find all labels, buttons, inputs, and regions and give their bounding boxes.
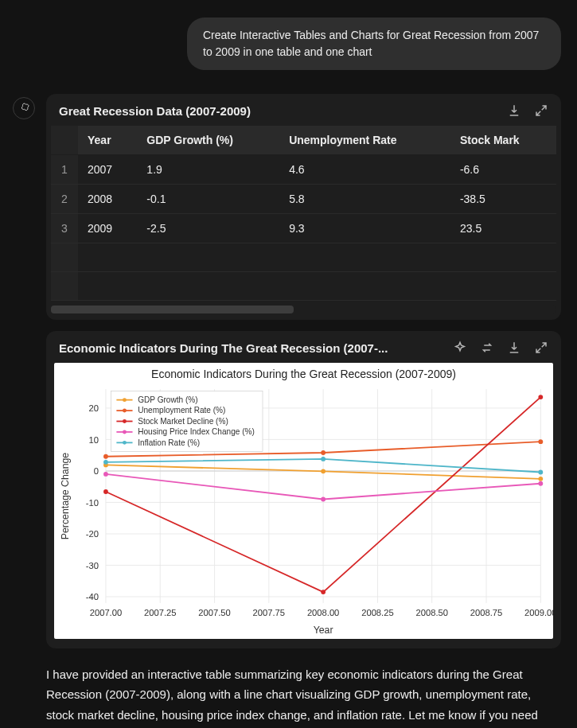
scrollbar-thumb[interactable] <box>51 306 294 313</box>
svg-point-45 <box>321 497 326 502</box>
chart-card: Economic Indicators During the Great Rec… <box>54 363 553 639</box>
chart-panel: Economic Indicators During The Great Rec… <box>46 331 561 648</box>
assistant-content: Great Recession Data (2007-2009) Yea <box>46 94 561 728</box>
table-cell[interactable]: -6.6 <box>450 155 556 185</box>
svg-point-44 <box>103 472 108 477</box>
svg-point-61 <box>123 430 127 434</box>
svg-text:-30: -30 <box>86 561 99 570</box>
openai-icon <box>18 102 30 115</box>
svg-point-37 <box>538 477 543 481</box>
svg-point-39 <box>321 450 326 455</box>
download-icon[interactable] <box>507 341 521 355</box>
table-cell[interactable]: 9.3 <box>279 214 450 243</box>
svg-text:Year: Year <box>314 625 333 636</box>
svg-text:2008.25: 2008.25 <box>361 608 393 617</box>
svg-point-36 <box>321 469 326 473</box>
svg-text:-10: -10 <box>86 498 99 508</box>
svg-point-38 <box>103 454 108 459</box>
assistant-row: Great Recession Data (2007-2009) Yea <box>0 94 577 728</box>
table-cell[interactable]: -2.5 <box>137 214 279 243</box>
svg-text:2008.75: 2008.75 <box>470 608 502 617</box>
switch-icon[interactable] <box>480 341 494 355</box>
table-col-stock[interactable]: Stock Mark <box>450 126 556 155</box>
svg-point-49 <box>538 470 543 475</box>
line-chart[interactable]: -40-30-20-10010202007.002007.252007.5020… <box>54 380 553 639</box>
svg-text:2007.75: 2007.75 <box>253 608 285 617</box>
table-header-row: Year GDP Growth (%) Unemployment Rate St… <box>51 126 556 155</box>
table-col-year[interactable]: Year <box>78 126 137 155</box>
table-col-index <box>51 126 78 155</box>
svg-text:2007.50: 2007.50 <box>198 608 230 617</box>
svg-text:Percentage Change: Percentage Change <box>60 453 71 540</box>
svg-point-64 <box>123 441 127 445</box>
row-index: 2 <box>51 185 78 214</box>
row-index: 3 <box>51 214 78 243</box>
table-cell[interactable]: 2007 <box>78 155 137 185</box>
svg-text:-20: -20 <box>86 529 99 539</box>
svg-text:20: 20 <box>89 403 99 413</box>
svg-text:-40: -40 <box>86 592 99 601</box>
svg-point-48 <box>321 457 326 461</box>
svg-point-58 <box>123 419 127 423</box>
table-actions <box>507 103 548 118</box>
svg-point-46 <box>538 481 543 486</box>
table-cell[interactable]: -0.1 <box>137 185 279 214</box>
table-row[interactable]: 120071.94.6-6.6 <box>51 155 556 185</box>
chart-title: Economic Indicators During the Great Rec… <box>54 363 553 380</box>
table-panel-header: Great Recession Data (2007-2009) <box>46 94 561 126</box>
table-cell[interactable]: 23.5 <box>450 214 556 243</box>
table-cell[interactable]: 2008 <box>78 185 137 214</box>
table-row-empty <box>51 272 556 301</box>
svg-point-41 <box>103 489 108 494</box>
svg-text:2007.00: 2007.00 <box>90 608 122 617</box>
user-message-text: Create Interactive Tables and Charts for… <box>203 29 539 58</box>
svg-text:2008.00: 2008.00 <box>307 608 339 617</box>
chart-panel-header: Economic Indicators During The Great Rec… <box>46 331 561 363</box>
sparkle-icon[interactable] <box>453 341 467 355</box>
assistant-avatar <box>13 97 35 119</box>
chart-panel-title: Economic Indicators During The Great Rec… <box>59 341 453 355</box>
expand-icon[interactable] <box>534 103 548 118</box>
table-col-unemp[interactable]: Unemployment Rate <box>279 126 450 155</box>
svg-point-52 <box>123 398 127 402</box>
svg-point-40 <box>538 439 543 444</box>
svg-point-43 <box>538 395 543 399</box>
table-cell[interactable]: -38.5 <box>450 185 556 214</box>
expand-icon[interactable] <box>534 341 548 355</box>
table-cell[interactable]: 4.6 <box>279 155 450 185</box>
table-row-empty <box>51 243 556 272</box>
data-table: Year GDP Growth (%) Unemployment Rate St… <box>51 126 556 301</box>
svg-text:2008.50: 2008.50 <box>415 608 447 617</box>
table-panel: Great Recession Data (2007-2009) Yea <box>46 94 561 320</box>
table-cell[interactable]: 1.9 <box>137 155 279 185</box>
assistant-message: I have provided an interactive table sum… <box>46 660 561 728</box>
svg-text:Inflation Rate (%): Inflation Rate (%) <box>138 438 200 447</box>
download-icon[interactable] <box>507 103 521 118</box>
svg-text:0: 0 <box>94 466 99 476</box>
svg-text:2009.00: 2009.00 <box>524 608 553 617</box>
chart-actions <box>453 341 548 355</box>
svg-text:2007.25: 2007.25 <box>144 608 176 617</box>
table-cell[interactable]: 5.8 <box>279 185 450 214</box>
svg-point-55 <box>123 409 127 413</box>
svg-point-47 <box>103 460 108 465</box>
svg-text:10: 10 <box>89 435 99 445</box>
svg-text:GDP Growth (%): GDP Growth (%) <box>138 395 197 404</box>
svg-point-42 <box>321 590 326 594</box>
assistant-message-text: I have provided an interactive table sum… <box>46 668 538 728</box>
svg-text:Housing Price Index Change (%): Housing Price Index Change (%) <box>138 427 255 436</box>
table-row[interactable]: 22008-0.15.8-38.5 <box>51 185 556 214</box>
table-col-gdp[interactable]: GDP Growth (%) <box>137 126 279 155</box>
table-row[interactable]: 32009-2.59.323.5 <box>51 214 556 243</box>
user-message: Create Interactive Tables and Charts for… <box>187 18 561 70</box>
horizontal-scrollbar[interactable] <box>51 306 556 313</box>
row-index: 1 <box>51 155 78 185</box>
table-title: Great Recession Data (2007-2009) <box>59 104 507 118</box>
svg-text:Unemployment Rate (%): Unemployment Rate (%) <box>138 406 225 415</box>
svg-text:Stock Market Decline (%): Stock Market Decline (%) <box>138 417 228 426</box>
table-cell[interactable]: 2009 <box>78 214 137 243</box>
table-scroll-area: Year GDP Growth (%) Unemployment Rate St… <box>51 126 556 301</box>
